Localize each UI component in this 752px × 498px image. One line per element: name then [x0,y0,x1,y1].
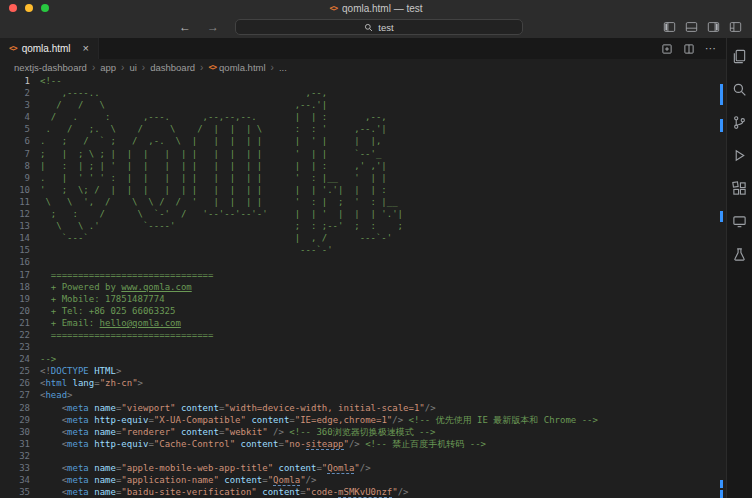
line-number: 15 [0,244,30,256]
open-changes-icon[interactable] [661,43,673,55]
line-number: 4 [0,111,30,123]
code-line[interactable]: 27<head> [0,389,716,401]
code-line[interactable]: 14 `---` | , / ---`-' [0,232,716,244]
remote-explorer-icon[interactable] [730,211,750,231]
breadcrumb-item[interactable]: dashboard [150,62,195,73]
editor-code[interactable]: 1<!--2 ,----.. ,--,3 / / \ ,--.'|4 / . :… [0,75,716,498]
code-line[interactable]: 31 <meta http-equiv="Cache-Control" cont… [0,438,716,450]
breadcrumb-item[interactable]: <>qomla.html [208,62,265,73]
minimize-window-button[interactable] [25,4,33,12]
line-number: 27 [0,389,30,401]
code-line[interactable]: 6. ; / ` ; / ,-. \ | | | | | | ' | | |, [0,135,716,147]
explorer-icon[interactable] [730,46,750,66]
source-control-icon[interactable] [730,112,750,132]
toggle-secondary-sidebar-icon[interactable] [707,21,720,33]
close-tab-icon[interactable]: × [83,43,89,54]
code-line[interactable]: 30 <meta name="renderer" content="webkit… [0,426,716,438]
code-line[interactable]: 1<!-- [0,75,716,87]
code-line[interactable]: 19 + Mobile: 17851487774 [0,293,716,305]
code-line[interactable]: 9. | ' ' ' : | | | | | | | | | ' : |__ '… [0,172,716,184]
code-line[interactable]: 24--> [0,353,716,365]
code-line[interactable]: 28 <meta name="viewport" content="width=… [0,402,716,414]
code-line[interactable]: 20 + Tel: +86 025 66063325 [0,305,716,317]
code-line[interactable]: 21 + Email: hello@qomla.com [0,317,716,329]
code-line[interactable]: 15 ---`-' [0,244,716,256]
line-number: 20 [0,305,30,317]
line-number: 2 [0,87,30,99]
code-line[interactable]: 2 ,----.. ,--, [0,87,716,99]
line-number: 21 [0,317,30,329]
breadcrumb-separator-icon: › [200,62,203,73]
line-number: 16 [0,256,30,268]
html-file-icon: <> [208,63,216,72]
code-line[interactable]: 29 <meta http-equiv="X-UA-Compatible" co… [0,414,716,426]
editor-scrollbar[interactable] [716,75,726,498]
editor-group: <> qomla.html × ⋯ nextjs-dashboard›app›u… [0,38,726,498]
code-line[interactable]: 26<html lang="zh-cn"> [0,377,716,389]
code-line[interactable]: 18 + Powered by www.qomla.com [0,281,716,293]
toggle-primary-sidebar-icon[interactable] [663,21,676,33]
command-center-text: test [378,22,393,33]
toggle-panel-icon[interactable] [685,21,698,33]
command-center-search[interactable]: test [235,19,523,35]
nav-controls: ← → [0,21,235,33]
code-line[interactable]: 3 / / \ ,--.'| [0,99,716,111]
code-line[interactable]: 5 . / ;. \ / \ / | | | \ : : ' ,--.'| [0,123,716,135]
code-line[interactable]: 12 ; : / \ `-' / '--'--'--'-' | | ' | | … [0,208,716,220]
code-line[interactable]: 22 ============================== [0,329,716,341]
search-icon[interactable] [730,79,750,99]
breadcrumb-item[interactable]: app [100,62,116,73]
overview-ruler-mark [720,211,723,222]
zoom-window-button[interactable] [41,4,49,12]
code-line[interactable]: 16 [0,256,716,268]
code-line[interactable]: 13 \ \ .' `----' ; : ;--' ; : ; [0,220,716,232]
breadcrumb-item[interactable]: ui [129,62,136,73]
overview-ruler-mark [720,84,723,105]
code-line[interactable]: 33 <meta name="apple-mobile-web-app-titl… [0,462,716,474]
line-number: 6 [0,135,30,147]
split-editor-icon[interactable] [683,43,695,55]
line-number: 1 [0,75,30,87]
breadcrumb-item[interactable]: nextjs-dashboard [14,62,87,73]
code-line[interactable]: 8| : | ; | ' | | | | | | | | | | | : ,' … [0,160,716,172]
forward-button[interactable]: → [207,21,219,33]
window-controls [9,0,49,16]
line-number: 35 [0,486,30,498]
code-line[interactable]: 34 <meta name="application-name" content… [0,474,716,486]
code-line[interactable]: 35 <meta name="baidu-site-verification" … [0,486,716,498]
line-number: 32 [0,450,30,462]
breadcrumb-separator-icon: › [271,62,274,73]
customize-layout-icon[interactable] [729,21,742,33]
line-number: 3 [0,99,30,111]
code-line[interactable]: 10' ; \; / | | | | | | | | | | | | '.'| … [0,184,716,196]
run-debug-icon[interactable] [730,145,750,165]
code-line[interactable]: 4 / . : ,---. ,--,--,--. | | : ,--, [0,111,716,123]
titlebar: <> qomla.html — test [0,0,752,16]
editor-actions: ⋯ [661,38,726,59]
line-number: 5 [0,123,30,135]
breadcrumb-separator-icon: › [121,62,124,73]
extensions-icon[interactable] [730,178,750,198]
code-line[interactable]: 25<!DOCTYPE HTML> [0,365,716,377]
code-line[interactable]: 7; | ; \ ; | | | | | | | | | | ' | | `--… [0,148,716,160]
line-number: 30 [0,426,30,438]
back-button[interactable]: ← [179,21,191,33]
line-number: 25 [0,365,30,377]
editor-container: 1<!--2 ,----.. ,--,3 / / \ ,--.'|4 / . :… [0,75,726,498]
line-number: 19 [0,293,30,305]
testing-icon[interactable] [730,244,750,264]
breadcrumb-item[interactable]: ... [279,62,287,73]
line-number: 11 [0,196,30,208]
code-line[interactable]: 17 ============================== [0,269,716,281]
line-number: 23 [0,341,30,353]
line-number: 10 [0,184,30,196]
breadcrumb: nextjs-dashboard›app›ui›dashboard›<>qoml… [0,59,726,75]
header-toolbar: ← → test [0,16,752,38]
main-area: <> qomla.html × ⋯ nextjs-dashboard›app›u… [0,38,752,498]
more-actions-icon[interactable]: ⋯ [705,43,716,54]
code-line[interactable]: 23 [0,341,716,353]
tab-qomla-html[interactable]: <> qomla.html × [0,38,99,59]
close-window-button[interactable] [9,4,17,12]
code-line[interactable]: 11 \ \ ', / \ \ / / ' | | | | ' : | ; ' … [0,196,716,208]
code-line[interactable]: 32 [0,450,716,462]
